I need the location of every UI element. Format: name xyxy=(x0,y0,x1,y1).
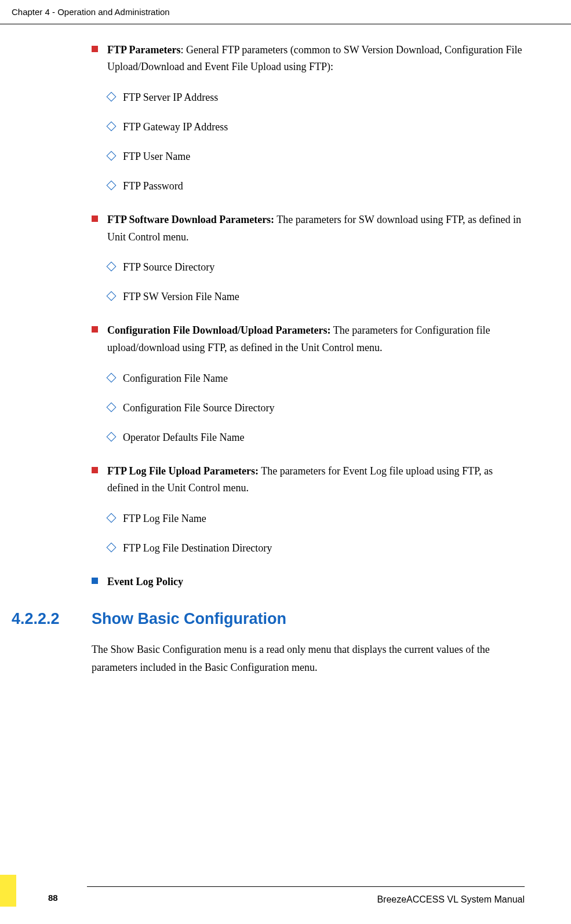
sub-list-item: FTP Server IP Address xyxy=(108,90,525,105)
diamond-bullet-icon xyxy=(107,262,117,272)
section-title: Show Basic Configuration xyxy=(92,607,286,631)
sub-item-text: FTP Source Directory xyxy=(123,260,214,275)
sub-list-item: FTP Source Directory xyxy=(108,260,525,275)
sub-list-item: Configuration File Name xyxy=(108,371,525,386)
list-item-text: Configuration File Download/Upload Param… xyxy=(107,322,525,356)
diamond-bullet-icon xyxy=(107,92,117,101)
list-item: Event Log Policy xyxy=(92,574,525,591)
footer-line-wrap: BreezeACCESS VL System Manual xyxy=(58,886,571,907)
sub-item-text: FTP Log File Destination Directory xyxy=(123,540,272,556)
list-item-text: FTP Parameters: General FTP parameters (… xyxy=(107,42,525,76)
list-item-text: FTP Log File Upload Parameters: The para… xyxy=(107,463,525,497)
list-item-text: FTP Software Download Parameters: The pa… xyxy=(107,211,525,246)
sub-list-item: FTP Gateway IP Address xyxy=(108,119,525,135)
chapter-title: Chapter 4 - Operation and Administration xyxy=(12,7,170,17)
list-item: FTP Log File Upload Parameters: The para… xyxy=(92,463,525,497)
sub-list-item: Configuration File Source Directory xyxy=(108,400,525,416)
diamond-bullet-icon xyxy=(107,402,117,412)
diamond-bullet-icon xyxy=(107,513,117,523)
list-item: FTP Software Download Parameters: The pa… xyxy=(92,211,525,246)
sub-item-text: FTP Gateway IP Address xyxy=(123,119,228,135)
main-content: FTP Parameters: General FTP parameters (… xyxy=(0,24,571,688)
sub-item-text: FTP User Name xyxy=(123,149,190,165)
sub-list-item: FTP User Name xyxy=(108,149,525,165)
sub-item-text: FTP Password xyxy=(123,178,183,194)
sub-item-text: Operator Defaults File Name xyxy=(123,430,244,445)
diamond-bullet-icon xyxy=(107,180,117,190)
square-bullet-icon xyxy=(92,46,98,52)
sub-item-text: Configuration File Source Directory xyxy=(123,400,274,416)
sub-item-text: FTP Server IP Address xyxy=(123,90,218,105)
sub-list-item: FTP Password xyxy=(108,178,525,194)
square-bullet-icon xyxy=(92,326,98,333)
square-bullet-icon xyxy=(92,216,98,222)
sub-list-item: FTP Log File Destination Directory xyxy=(108,540,525,556)
diamond-bullet-icon xyxy=(107,372,117,382)
sub-list-item: FTP SW Version File Name xyxy=(108,289,525,305)
square-bullet-icon xyxy=(92,578,98,584)
sub-item-text: FTP Log File Name xyxy=(123,511,206,527)
page-footer: 88 BreezeACCESS VL System Manual xyxy=(0,875,571,907)
list-item-text: Event Log Policy xyxy=(107,574,525,591)
sub-list-item: FTP Log File Name xyxy=(108,511,525,527)
sub-item-text: FTP SW Version File Name xyxy=(123,289,239,305)
list-item: Configuration File Download/Upload Param… xyxy=(92,322,525,356)
diamond-bullet-icon xyxy=(107,151,117,160)
diamond-bullet-icon xyxy=(107,121,117,131)
diamond-bullet-icon xyxy=(107,291,117,301)
footer-manual-title: BreezeACCESS VL System Manual xyxy=(87,886,525,907)
section-heading: 4.2.2.2 Show Basic Configuration xyxy=(12,607,525,631)
section-body: The Show Basic Configuration menu is a r… xyxy=(92,641,525,676)
section-number: 4.2.2.2 xyxy=(12,607,92,631)
list-item: FTP Parameters: General FTP parameters (… xyxy=(92,42,525,76)
sub-item-text: Configuration File Name xyxy=(123,371,228,386)
footer-accent xyxy=(0,875,16,907)
page-header: Chapter 4 - Operation and Administration xyxy=(0,0,571,24)
sub-list-item: Operator Defaults File Name xyxy=(108,430,525,445)
square-bullet-icon xyxy=(92,467,98,473)
diamond-bullet-icon xyxy=(107,543,117,553)
page-number: 88 xyxy=(16,892,58,907)
diamond-bullet-icon xyxy=(107,432,117,441)
